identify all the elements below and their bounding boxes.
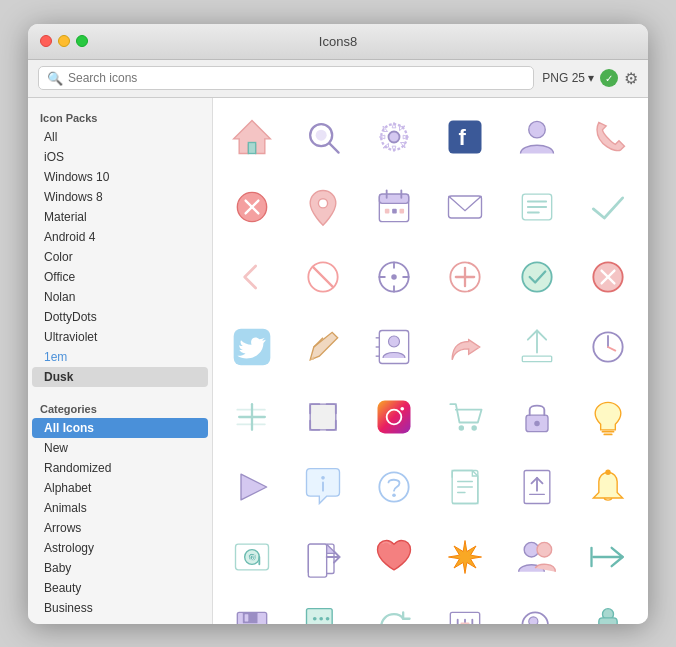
svg-rect-95 — [245, 614, 249, 621]
category-item-astrology[interactable]: Astrology — [32, 538, 208, 558]
svg-point-13 — [319, 198, 328, 207]
icon-next[interactable] — [573, 522, 643, 592]
pack-item-office[interactable]: Office — [32, 267, 208, 287]
icon-settings[interactable] — [359, 102, 429, 172]
pack-item-all[interactable]: All — [32, 127, 208, 147]
category-item-arrows[interactable]: Arrows — [32, 518, 208, 538]
icon-chat-bubbles[interactable] — [288, 592, 358, 624]
maximize-button[interactable] — [76, 35, 88, 47]
category-item-business[interactable]: Business — [32, 598, 208, 618]
search-input[interactable] — [68, 71, 525, 85]
pack-item-android-4[interactable]: Android 4 — [32, 227, 208, 247]
icon-contacts[interactable] — [359, 312, 429, 382]
icon-person-standing[interactable] — [573, 592, 643, 624]
search-box[interactable]: 🔍 — [38, 66, 534, 90]
icon-star-flower[interactable] — [430, 522, 500, 592]
icon-search[interactable] — [288, 102, 358, 172]
svg-point-69 — [321, 476, 325, 480]
icon-lightbulb[interactable] — [573, 382, 643, 452]
close-button[interactable] — [40, 35, 52, 47]
toolbar: 🔍 PNG 25 ▾ ✓ ⚙ — [28, 60, 648, 98]
pack-item-material[interactable]: Material — [32, 207, 208, 227]
icon-help-circle[interactable] — [359, 452, 429, 522]
icon-compass[interactable] — [359, 242, 429, 312]
icon-document[interactable] — [430, 452, 500, 522]
icon-plus[interactable] — [217, 382, 287, 452]
svg-line-27 — [313, 266, 333, 286]
toolbar-right: PNG 25 ▾ ✓ ⚙ — [542, 69, 638, 88]
icon-facebook[interactable]: f — [430, 102, 500, 172]
window-title: Icons8 — [319, 34, 357, 49]
icon-refresh[interactable] — [359, 592, 429, 624]
svg-point-97 — [313, 616, 317, 620]
icon-fullscreen[interactable] — [288, 382, 358, 452]
icon-person-search[interactable] — [502, 592, 572, 624]
pack-item-windows-10[interactable]: Windows 10 — [32, 167, 208, 187]
icon-block[interactable] — [288, 242, 358, 312]
pack-item-color[interactable]: Color — [32, 247, 208, 267]
category-item-new[interactable]: New — [32, 438, 208, 458]
icon-check-circle[interactable] — [502, 242, 572, 312]
icon-heart[interactable] — [359, 522, 429, 592]
svg-point-45 — [389, 336, 400, 347]
svg-rect-21 — [449, 196, 482, 218]
sidebar: Icon Packs AlliOSWindows 10Windows 8Mate… — [28, 98, 213, 624]
svg-point-29 — [392, 274, 398, 280]
pack-item-1em[interactable]: 1em — [32, 347, 208, 367]
pack-item-dusk[interactable]: Dusk — [32, 367, 208, 387]
icon-lock[interactable] — [502, 382, 572, 452]
pack-item-dottydots[interactable]: DottyDots — [32, 307, 208, 327]
icon-twitter[interactable] — [217, 312, 287, 382]
icon-error-circle[interactable] — [573, 242, 643, 312]
icon-location[interactable] — [288, 172, 358, 242]
icon-floppy[interactable] — [217, 592, 287, 624]
icon-upload[interactable] — [502, 312, 572, 382]
svg-point-71 — [380, 472, 409, 501]
format-label: PNG 25 — [542, 71, 585, 85]
icon-pencil[interactable] — [288, 312, 358, 382]
icon-equalizer[interactable] — [430, 592, 500, 624]
icon-document-upload[interactable] — [502, 452, 572, 522]
svg-point-63 — [472, 425, 478, 431]
icon-back[interactable] — [217, 242, 287, 312]
icon-bell[interactable] — [573, 452, 643, 522]
svg-point-108 — [528, 616, 537, 623]
icon-email[interactable] — [430, 172, 500, 242]
category-item-animals[interactable]: Animals — [32, 498, 208, 518]
icon-user[interactable] — [502, 102, 572, 172]
icon-clock[interactable] — [573, 312, 643, 382]
icon-play[interactable] — [217, 452, 287, 522]
icon-instagram[interactable] — [359, 382, 429, 452]
pack-item-windows-8[interactable]: Windows 8 — [32, 187, 208, 207]
icon-shopping-cart[interactable] — [430, 382, 500, 452]
color-dot[interactable]: ✓ — [600, 69, 618, 87]
content-area: Icon Packs AlliOSWindows 10Windows 8Mate… — [28, 98, 648, 624]
minimize-button[interactable] — [58, 35, 70, 47]
icon-mail-at[interactable]: @ — [217, 522, 287, 592]
icon-export[interactable] — [288, 522, 358, 592]
svg-line-4 — [330, 143, 339, 152]
pack-item-ios[interactable]: iOS — [32, 147, 208, 167]
pack-item-nolan[interactable]: Nolan — [32, 287, 208, 307]
svg-point-5 — [389, 131, 400, 142]
icon-checkmark[interactable] — [573, 172, 643, 242]
icon-calendar[interactable] — [359, 172, 429, 242]
icon-info-bubble[interactable] — [288, 452, 358, 522]
checkmark-icon: ✓ — [605, 73, 613, 84]
category-item-randomized[interactable]: Randomized — [32, 458, 208, 478]
category-item-beauty[interactable]: Beauty — [32, 578, 208, 598]
category-item-all-icons[interactable]: All Icons — [32, 418, 208, 438]
icon-group[interactable] — [502, 522, 572, 592]
icon-forward[interactable] — [430, 312, 500, 382]
icon-text[interactable] — [502, 172, 572, 242]
category-item-alphabet[interactable]: Alphabet — [32, 478, 208, 498]
category-item-baby[interactable]: Baby — [32, 558, 208, 578]
icon-home[interactable] — [217, 102, 287, 172]
gear-icon[interactable]: ⚙ — [624, 69, 638, 88]
svg-point-9 — [528, 121, 545, 138]
icon-close-circle[interactable] — [217, 172, 287, 242]
pack-item-ultraviolet[interactable]: Ultraviolet — [32, 327, 208, 347]
icon-phone[interactable] — [573, 102, 643, 172]
icon-add-circle[interactable] — [430, 242, 500, 312]
format-selector[interactable]: PNG 25 ▾ — [542, 71, 594, 85]
